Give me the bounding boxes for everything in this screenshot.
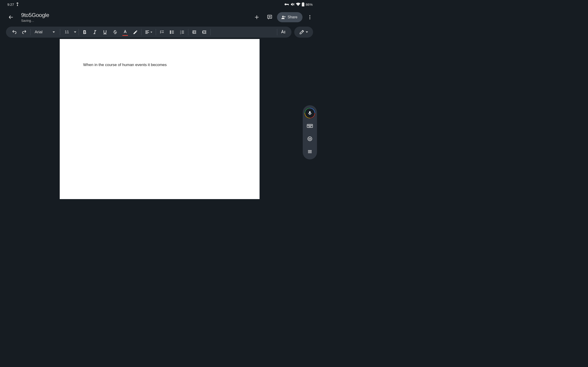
strikethrough-icon bbox=[113, 30, 117, 34]
svg-point-28 bbox=[170, 32, 171, 32]
font-family-select[interactable]: Arial bbox=[32, 30, 59, 34]
keyboard-icon bbox=[307, 124, 313, 128]
bold-button[interactable] bbox=[80, 27, 90, 37]
share-button[interactable]: Share bbox=[277, 12, 303, 22]
decrease-indent-icon bbox=[192, 30, 197, 34]
svg-point-30 bbox=[170, 33, 171, 33]
toolbar-separator bbox=[30, 29, 31, 35]
svg-point-53 bbox=[308, 125, 308, 126]
svg-point-57 bbox=[311, 125, 312, 126]
svg-point-59 bbox=[308, 137, 312, 141]
format-options-button[interactable] bbox=[278, 27, 288, 37]
emoji-icon bbox=[307, 136, 313, 142]
voice-input-button[interactable] bbox=[304, 108, 315, 119]
italic-icon bbox=[93, 30, 97, 34]
chevron-down-icon bbox=[306, 31, 308, 33]
redo-icon bbox=[22, 30, 27, 35]
input-method-toolbar bbox=[303, 105, 317, 159]
document-body-text[interactable]: When in the course of human events it be… bbox=[83, 63, 167, 67]
font-size-select[interactable]: 11 bbox=[61, 30, 78, 34]
strikethrough-button[interactable] bbox=[110, 27, 120, 37]
align-button[interactable] bbox=[142, 27, 155, 37]
undo-icon bbox=[12, 30, 17, 35]
font-size-value: 11 bbox=[65, 30, 69, 34]
text-color-button[interactable] bbox=[120, 27, 130, 37]
svg-point-1 bbox=[285, 3, 286, 5]
more-options-button[interactable] bbox=[304, 12, 315, 23]
numbered-list-button[interactable]: 123 bbox=[177, 27, 187, 37]
toolbar-separator bbox=[277, 29, 277, 35]
battery-icon bbox=[302, 2, 304, 6]
checklist-button[interactable] bbox=[157, 27, 167, 37]
toolbar-separator bbox=[60, 29, 60, 35]
plus-icon bbox=[254, 15, 259, 20]
bullet-list-button[interactable] bbox=[167, 27, 177, 37]
svg-line-17 bbox=[95, 31, 95, 34]
vpn-key-icon bbox=[284, 3, 289, 6]
editing-mode-button[interactable] bbox=[294, 27, 313, 38]
chevron-down-icon bbox=[52, 31, 55, 33]
svg-point-12 bbox=[309, 15, 310, 16]
toolbar-separator bbox=[156, 29, 156, 35]
svg-rect-6 bbox=[303, 2, 304, 3]
chevron-down-icon bbox=[74, 31, 76, 33]
svg-point-55 bbox=[310, 125, 310, 126]
pencil-icon bbox=[299, 30, 304, 35]
increase-indent-button[interactable] bbox=[199, 27, 209, 37]
numbered-list-icon: 123 bbox=[180, 30, 184, 34]
svg-rect-8 bbox=[268, 15, 272, 18]
toolbar-separator bbox=[78, 29, 79, 35]
undo-button[interactable] bbox=[9, 27, 19, 37]
svg-point-26 bbox=[170, 31, 171, 31]
svg-point-54 bbox=[309, 125, 309, 126]
redo-button[interactable] bbox=[19, 27, 29, 37]
share-label: Share bbox=[288, 15, 297, 19]
text-format-icon bbox=[281, 30, 286, 35]
font-family-value: Arial bbox=[35, 30, 43, 34]
svg-rect-0 bbox=[17, 5, 18, 6]
notification-indicator-icon bbox=[16, 2, 19, 6]
svg-point-61 bbox=[310, 138, 311, 139]
svg-point-13 bbox=[309, 17, 310, 18]
comment-icon bbox=[267, 15, 272, 20]
save-status: Saving… bbox=[21, 19, 49, 23]
highlight-icon bbox=[133, 30, 138, 34]
mute-icon bbox=[290, 2, 294, 6]
svg-rect-3 bbox=[288, 4, 289, 5]
svg-point-14 bbox=[309, 18, 310, 19]
highlight-button[interactable] bbox=[130, 27, 140, 37]
svg-rect-7 bbox=[302, 3, 304, 6]
increase-indent-icon bbox=[202, 30, 207, 34]
more-input-button[interactable] bbox=[304, 146, 315, 157]
align-left-icon bbox=[145, 30, 149, 34]
bold-icon bbox=[82, 30, 87, 34]
more-vert-icon bbox=[307, 15, 313, 20]
battery-percent: 86% bbox=[306, 2, 313, 6]
svg-point-56 bbox=[311, 125, 311, 126]
gesture-nav-handle[interactable] bbox=[132, 194, 187, 195]
checklist-icon bbox=[160, 30, 164, 34]
document-title[interactable]: 9to5Google bbox=[21, 12, 49, 18]
toolbar-separator bbox=[210, 29, 211, 35]
android-status-bar: 9:27 86% bbox=[0, 0, 319, 9]
underline-button[interactable] bbox=[100, 27, 110, 37]
bullet-list-icon bbox=[170, 30, 174, 34]
svg-rect-52 bbox=[307, 124, 313, 127]
toolbar-separator bbox=[141, 29, 141, 35]
keyboard-button[interactable] bbox=[304, 120, 315, 131]
svg-point-11 bbox=[282, 16, 284, 17]
wifi-icon bbox=[296, 2, 300, 6]
back-button[interactable] bbox=[6, 12, 17, 23]
chevron-down-icon bbox=[150, 32, 152, 33]
format-toolbar: Arial 11 bbox=[6, 27, 292, 38]
insert-button[interactable] bbox=[251, 12, 262, 23]
svg-text:3: 3 bbox=[180, 33, 181, 34]
person-add-icon bbox=[281, 15, 286, 19]
emoji-button[interactable] bbox=[304, 133, 315, 144]
comments-button[interactable] bbox=[264, 12, 275, 23]
italic-button[interactable] bbox=[90, 27, 100, 37]
decrease-indent-button[interactable] bbox=[189, 27, 199, 37]
underline-icon bbox=[103, 30, 107, 34]
document-page[interactable]: When in the course of human events it be… bbox=[60, 39, 259, 199]
status-time: 9:27 bbox=[7, 2, 14, 6]
